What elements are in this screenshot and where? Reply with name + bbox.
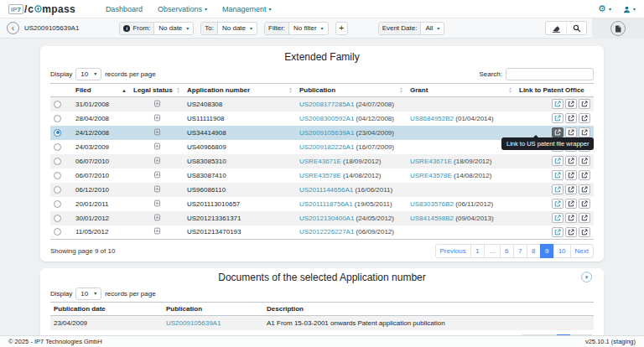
patent-office-link-button[interactable]	[552, 170, 564, 180]
search-input[interactable]	[506, 68, 594, 80]
legal-status-icon[interactable]	[153, 144, 161, 152]
publication-link[interactable]: USRE43671E	[299, 158, 341, 165]
publication-link[interactable]: US2011118756A1	[299, 200, 353, 208]
column-header-publication-date[interactable]: Publication date	[50, 303, 163, 316]
grant-link[interactable]: US8303576B2	[410, 200, 454, 208]
publication-link[interactable]: US2009105639A1	[166, 319, 221, 327]
column-header-publication[interactable]: Publication▲▼	[296, 84, 407, 97]
patent-office-link-button[interactable]	[579, 227, 590, 237]
row-select-radio[interactable]	[54, 129, 61, 137]
nav-item-management[interactable]: Management▾	[222, 5, 272, 13]
patent-office-link-button[interactable]	[565, 199, 577, 209]
patent-office-link-button[interactable]	[552, 227, 564, 237]
grant-link[interactable]: US8414598B2	[410, 215, 454, 222]
column-header-publication[interactable]: Publication	[163, 303, 263, 316]
legal-status-icon[interactable]	[153, 201, 161, 209]
patent-office-link-button[interactable]	[579, 213, 590, 223]
row-select-radio[interactable]	[54, 143, 61, 151]
publication-link[interactable]: US2012130400A1	[299, 215, 354, 222]
legal-status-icon[interactable]	[153, 229, 161, 236]
settings-menu[interactable]: ⚙▾	[598, 4, 611, 13]
legal-status-icon[interactable]	[153, 130, 161, 137]
row-select-radio[interactable]	[54, 115, 61, 122]
patent-office-link-button[interactable]	[565, 184, 577, 194]
row-select-radio[interactable]	[54, 215, 61, 222]
page-button-6[interactable]: 6	[500, 244, 514, 258]
row-select-radio[interactable]	[54, 228, 61, 236]
from-date-select[interactable]: No date▾	[154, 23, 193, 34]
publication-link[interactable]: US2008177285A1	[299, 101, 354, 108]
column-header-grant[interactable]: Grant▲▼	[407, 84, 516, 97]
publication-date: (18/09/2012)	[341, 158, 382, 165]
collapse-panel-button[interactable]: ▾	[581, 272, 592, 282]
legal-status-icon[interactable]	[153, 173, 161, 180]
patent-office-link-button[interactable]	[565, 113, 577, 123]
patent-office-link-button[interactable]	[565, 99, 577, 109]
publication-link[interactable]: US2011144656A1	[299, 186, 353, 194]
row-select-radio[interactable]	[54, 172, 61, 179]
patent-office-link-button[interactable]	[579, 113, 590, 123]
patent-office-link-button[interactable]	[552, 213, 564, 223]
grant-link[interactable]: US8684952B2	[410, 115, 454, 122]
patent-office-link-button[interactable]	[552, 99, 564, 109]
add-filter-button[interactable]: +	[335, 22, 348, 35]
column-header-filed[interactable]: Filed▲	[72, 84, 130, 97]
publication-link[interactable]: USRE43578E	[299, 172, 341, 179]
page-button-10[interactable]: 10	[553, 244, 571, 258]
nav-item-dashboard[interactable]: Dashboard	[106, 5, 143, 13]
legal-status-icon[interactable]	[153, 215, 161, 223]
column-header-application-number[interactable]: Application number▲▼	[184, 84, 296, 97]
patent-office-link-button[interactable]	[579, 127, 590, 137]
patent-office-link-button[interactable]	[565, 213, 577, 223]
legal-status-icon[interactable]	[153, 101, 161, 109]
publication-link[interactable]: US2008300592A1	[299, 115, 354, 122]
page-button-1[interactable]: 1	[470, 244, 485, 258]
publication-link[interactable]: US2009105639A1	[299, 129, 354, 137]
page-button-ellipsis[interactable]: …	[484, 244, 501, 258]
patent-office-link-button[interactable]	[552, 113, 564, 123]
patent-office-link-button[interactable]	[579, 184, 590, 194]
search-button[interactable]	[566, 22, 586, 34]
legal-status-icon[interactable]	[153, 187, 161, 194]
patent-office-link-button[interactable]	[552, 127, 564, 137]
page-button-9[interactable]: 9	[540, 244, 554, 258]
legal-status-icon[interactable]	[153, 158, 161, 166]
patent-office-link-button[interactable]	[565, 156, 577, 166]
patent-office-link-button[interactable]	[579, 170, 590, 180]
page-button-next[interactable]: Next	[570, 244, 594, 258]
filter-select[interactable]: No filter▾	[289, 23, 328, 34]
row-select-radio[interactable]	[54, 101, 61, 108]
publication-link[interactable]: US2012226227A1	[299, 228, 354, 236]
nav-item-observations[interactable]: Observations▾	[158, 5, 207, 13]
back-button[interactable]: ‹	[7, 22, 19, 34]
patent-office-link-button[interactable]	[552, 184, 564, 194]
patent-office-link-button[interactable]	[579, 156, 590, 166]
patent-office-link-button[interactable]	[565, 227, 577, 237]
publication-link[interactable]: US2009182226A1	[299, 143, 354, 151]
records-per-page-select[interactable]: 10▾	[75, 68, 101, 80]
report-file-button[interactable]	[610, 21, 626, 36]
patent-office-link-button[interactable]	[579, 199, 590, 209]
grant-link[interactable]: USRE43578E	[410, 172, 452, 179]
row-select-radio[interactable]	[54, 186, 61, 194]
page-button-8[interactable]: 8	[527, 244, 541, 258]
patent-office-link-button[interactable]	[552, 199, 564, 209]
row-select-radio[interactable]	[54, 158, 61, 165]
patent-office-link-button[interactable]	[552, 156, 564, 166]
page-button-previous[interactable]: Previous	[435, 244, 471, 258]
row-select-radio[interactable]	[54, 200, 61, 208]
patent-office-link-button[interactable]	[565, 170, 577, 180]
column-header-description[interactable]: Description	[263, 303, 594, 316]
event-date-select[interactable]: All▾	[421, 23, 444, 34]
patent-office-link-button[interactable]	[565, 127, 577, 137]
clear-filters-button[interactable]	[546, 22, 566, 34]
patent-office-link-button[interactable]	[579, 99, 590, 109]
column-header-legal-status[interactable]: Legal status▲▼	[130, 84, 184, 97]
column-header-link-to-patent-office[interactable]: Link to Patent Office	[516, 84, 594, 97]
page-button-7[interactable]: 7	[513, 244, 527, 258]
grant-link[interactable]: USRE43671E	[410, 158, 452, 165]
user-menu[interactable]: ▾	[623, 2, 636, 17]
records-per-page-select[interactable]: 10▾	[75, 287, 101, 300]
to-date-select[interactable]: No date▾	[218, 23, 257, 34]
legal-status-icon[interactable]	[153, 116, 161, 123]
